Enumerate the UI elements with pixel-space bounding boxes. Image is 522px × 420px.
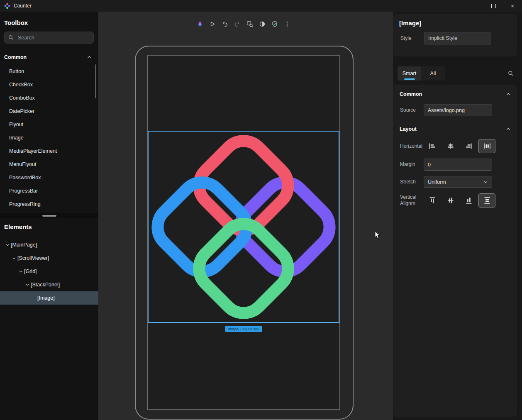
toolbox-item-flyout[interactable]: Flyout (0, 118, 95, 131)
properties-panel: [Image] Style Smart All Common Source (393, 12, 522, 420)
align-middle-icon (448, 197, 454, 204)
chevron-down-icon (483, 180, 488, 184)
toolbox-item-progressbar[interactable]: ProgressBar (0, 184, 95, 198)
minimize-button[interactable] (465, 0, 484, 12)
inspect-element-icon (246, 21, 253, 27)
chevron-down-icon[interactable] (24, 283, 31, 287)
tree-item-label: [Image] (37, 295, 55, 301)
toolbox-item-combobox[interactable]: ComboBox (0, 91, 95, 105)
source-input[interactable] (424, 104, 492, 116)
align-right-button[interactable] (460, 139, 477, 153)
selected-element-card: [Image] Style (393, 14, 517, 56)
chevron-up-icon[interactable] (506, 92, 511, 97)
image-selection-box[interactable] (148, 131, 339, 323)
section-title: Common (400, 91, 422, 97)
selected-element-title: [Image] (399, 20, 517, 27)
toolbox-item-image[interactable]: Image (0, 131, 95, 144)
toolbox-item-button[interactable]: Button (0, 65, 95, 78)
chevron-down-icon[interactable] (4, 243, 11, 247)
search-input[interactable] (17, 34, 90, 41)
align-top-button[interactable] (424, 193, 441, 208)
toolbox-section-common[interactable]: Common (4, 52, 92, 62)
elements-tree: [MainPage] [ScrollViewer] [Grid] [StackP… (0, 238, 98, 305)
toolbox-item-datepicker[interactable]: DatePicker (0, 105, 95, 118)
tab-all[interactable]: All (421, 66, 445, 81)
align-left-icon (429, 143, 436, 149)
stretch-label: Stretch (400, 179, 424, 185)
style-input[interactable] (424, 32, 491, 44)
toolbox-panel: Toolbox Common Button CheckBox ComboBox … (0, 12, 98, 420)
app-logo-icon (4, 3, 10, 9)
window-controls: × (465, 0, 522, 12)
tree-item-stackpanel[interactable]: [StackPanel] (0, 278, 98, 291)
theme-toggle-button[interactable] (256, 18, 268, 30)
run-button[interactable] (207, 18, 218, 30)
panel-splitter[interactable] (0, 213, 98, 218)
maximize-button[interactable] (484, 0, 503, 12)
chevron-up-icon[interactable] (87, 55, 92, 60)
horizontal-alignment-row: Horizontal (400, 139, 511, 153)
align-middle-button[interactable] (442, 193, 459, 208)
validation-shield-icon (271, 21, 278, 27)
selection-size-badge: Image - 320 x 320 (225, 326, 262, 332)
section-layout[interactable]: Layout (400, 125, 511, 134)
properties-search-button[interactable] (505, 68, 517, 79)
chevron-down-icon[interactable] (11, 256, 17, 260)
margin-row: Margin (400, 159, 511, 171)
section-common[interactable]: Common (400, 90, 511, 99)
app-logo-image[interactable] (149, 132, 339, 322)
source-row: Source (400, 104, 511, 116)
titlebar: Counter × (0, 0, 522, 12)
tab-label: All (430, 71, 436, 76)
align-center-button[interactable] (442, 139, 459, 153)
stretch-dropdown[interactable]: Uniform (424, 176, 492, 188)
chevron-up-icon[interactable] (506, 127, 511, 132)
tree-item-label: [MainPage] (11, 242, 37, 248)
align-bottom-icon (466, 197, 472, 204)
toolbox-item-mediaplayerelement[interactable]: MediaPlayerElement (0, 144, 95, 158)
tab-smart[interactable]: Smart (398, 66, 421, 81)
tree-item-grid[interactable]: [Grid] (0, 265, 98, 278)
toolbox-item-checkbox[interactable]: CheckBox (0, 78, 95, 91)
minimize-icon (472, 6, 476, 6)
toolbox-item-passwordbox[interactable]: PasswordBox (0, 171, 95, 184)
chevron-down-icon[interactable] (17, 269, 24, 273)
align-stretch-icon (483, 143, 491, 149)
undo-button[interactable] (219, 18, 231, 30)
margin-label: Margin (400, 161, 424, 168)
horizontal-alignment-group (424, 139, 495, 153)
align-stretch-button[interactable] (478, 139, 495, 153)
tree-item-mainpage[interactable]: [MainPage] (0, 238, 98, 252)
more-options-button[interactable] (281, 18, 293, 30)
align-center-icon (447, 143, 454, 149)
align-vstretch-button[interactable] (478, 193, 495, 208)
toolbox-item-menuflyout[interactable]: MenuFlyout (0, 158, 95, 171)
style-label: Style (400, 35, 424, 42)
close-button[interactable]: × (503, 0, 522, 12)
toolbox-list: Button CheckBox ComboBox DatePicker Flyo… (0, 65, 95, 211)
splitter-handle-icon (42, 215, 56, 217)
tree-item-image[interactable]: [Image] (0, 291, 98, 305)
window-title: Counter (14, 3, 32, 9)
tree-item-label: [StackPanel] (31, 282, 60, 288)
margin-input[interactable] (424, 159, 492, 171)
toolbox-scrollbar[interactable] (95, 64, 96, 98)
inspect-element-button[interactable] (244, 18, 256, 30)
maximize-icon (491, 4, 496, 8)
toolbox-search[interactable] (4, 32, 94, 44)
tree-item-scrollviewer[interactable]: [ScrollViewer] (0, 252, 98, 265)
properties-card: Common Source Layout Horizontal (393, 85, 517, 417)
active-tab-indicator (404, 78, 415, 80)
align-bottom-button[interactable] (460, 193, 477, 208)
hot-reload-button[interactable] (194, 18, 206, 30)
theme-toggle-icon (259, 21, 266, 27)
design-canvas[interactable]: Image - 320 x 320 (98, 12, 393, 420)
validation-button[interactable] (269, 18, 281, 30)
toolbox-item-progressring[interactable]: ProgressRing (0, 198, 95, 211)
elements-title: Elements (4, 223, 32, 230)
redo-button[interactable] (232, 18, 243, 30)
source-label: Source (400, 107, 424, 113)
align-left-button[interactable] (424, 139, 441, 153)
toolbox-title: Toolbox (4, 19, 28, 26)
search-icon (508, 71, 514, 76)
